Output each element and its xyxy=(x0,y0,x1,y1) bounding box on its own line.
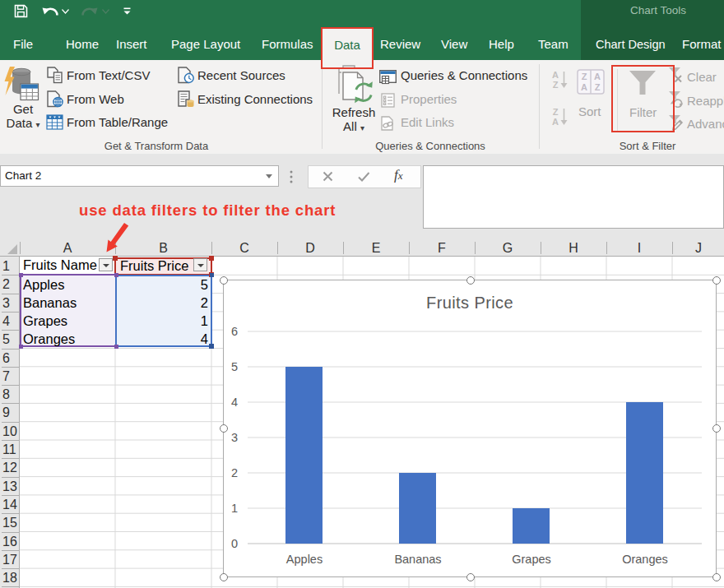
svg-text:2: 2 xyxy=(231,466,238,479)
svg-text:Oranges: Oranges xyxy=(622,553,668,566)
svg-text:Apples: Apples xyxy=(286,553,323,566)
svg-text:0: 0 xyxy=(231,537,238,550)
svg-text:A: A xyxy=(552,70,559,80)
svg-text:A: A xyxy=(594,72,601,81)
svg-text:5: 5 xyxy=(231,360,238,373)
svg-text:A: A xyxy=(581,82,587,92)
svg-text:1: 1 xyxy=(231,502,238,515)
svg-text:Grapes: Grapes xyxy=(512,553,551,566)
svg-text:Z: Z xyxy=(553,107,559,117)
svg-text:Fruits Price: Fruits Price xyxy=(426,294,513,312)
svg-text:Z: Z xyxy=(582,72,587,81)
svg-text:Z: Z xyxy=(553,80,559,90)
svg-text:4: 4 xyxy=(231,396,238,409)
svg-text:6: 6 xyxy=(231,325,238,338)
svg-text:A: A xyxy=(552,117,559,127)
svg-text:3: 3 xyxy=(231,431,238,444)
svg-text:Bananas: Bananas xyxy=(394,553,441,566)
svg-text:Z: Z xyxy=(595,82,601,92)
